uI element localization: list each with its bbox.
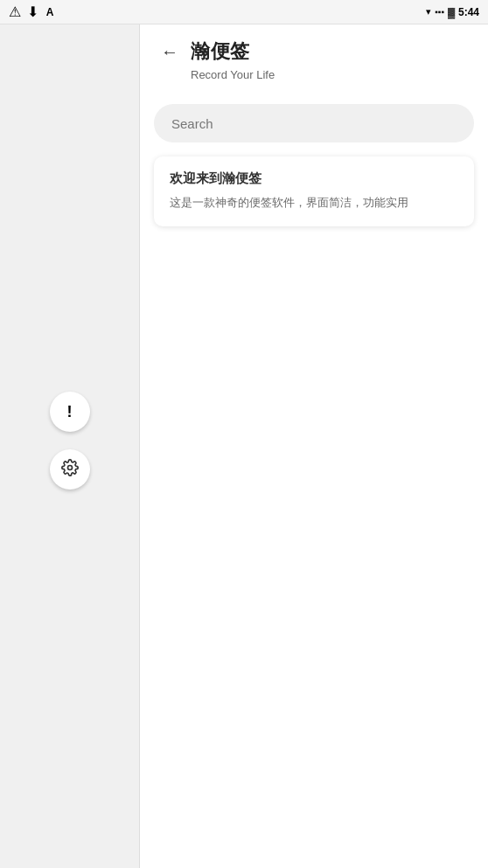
wifi-icon: ▾: [426, 6, 431, 17]
settings-button[interactable]: [50, 449, 90, 490]
time-display: 5:44: [458, 6, 479, 18]
app-subtitle: Record Your Life: [191, 68, 471, 81]
sidebar: !: [0, 24, 140, 868]
content-area: ← 瀚便签 Record Your Life 欢迎来到瀚便签 这是一款神奇的便签…: [140, 24, 488, 868]
gear-icon: [61, 459, 79, 481]
info-button[interactable]: !: [50, 392, 90, 432]
main-layout: ! ← 瀚便签 Record Your Life: [0, 24, 488, 868]
status-bar-right: ▾ ▪▪▪ ▓ 5:44: [426, 6, 479, 18]
download-icon: ⬇: [26, 6, 38, 18]
search-input[interactable]: [154, 104, 474, 142]
font-icon: A: [44, 6, 56, 18]
svg-point-0: [67, 465, 72, 469]
note-card-body: 这是一款神奇的便签软件，界面简洁，功能实用: [170, 194, 458, 212]
back-icon: ←: [161, 42, 178, 62]
header-top: ← 瀚便签: [157, 38, 471, 65]
signal-icon: ▪▪▪: [435, 7, 444, 17]
note-card: 欢迎来到瀚便签 这是一款神奇的便签软件，界面简洁，功能实用: [154, 156, 474, 226]
status-bar: ⚠ ⬇ A ▾ ▪▪▪ ▓ 5:44: [0, 0, 488, 24]
warning-icon: ⚠: [9, 6, 21, 18]
header: ← 瀚便签 Record Your Life: [140, 24, 488, 104]
search-container: [154, 104, 474, 142]
note-card-title: 欢迎来到瀚便签: [170, 170, 458, 187]
exclamation-icon: !: [67, 403, 73, 421]
app-title: 瀚便签: [191, 38, 250, 65]
back-button[interactable]: ←: [157, 39, 182, 64]
status-bar-left: ⚠ ⬇ A: [9, 6, 56, 18]
battery-icon: ▓: [448, 7, 455, 17]
